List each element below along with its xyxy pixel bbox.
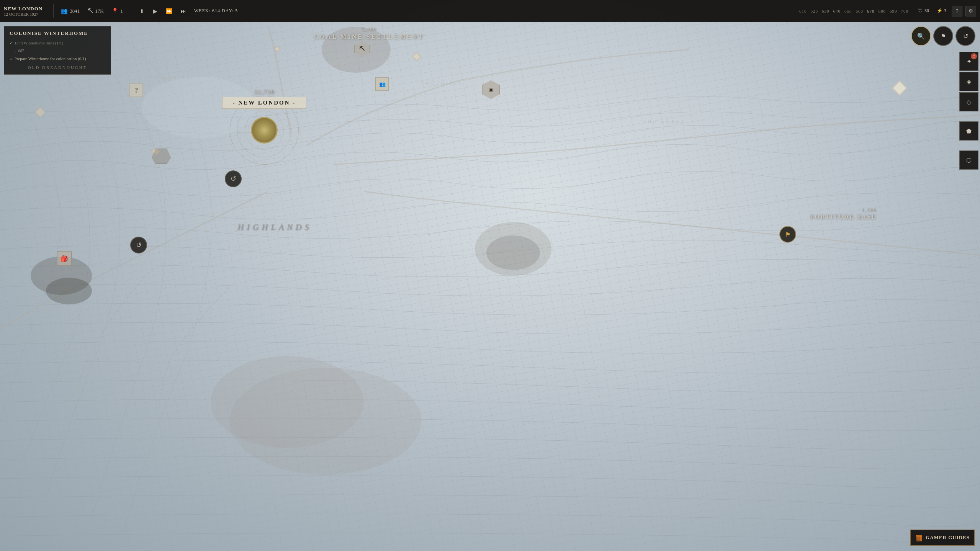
speed-650: 650	[844, 9, 852, 13]
help-btn[interactable]: ?	[952, 6, 962, 16]
coal-mine-settlement[interactable]: 2,400 COAL MINE SETTLEMENT	[314, 26, 424, 40]
filter-btn-2[interactable]: ⚑	[933, 26, 953, 46]
fortitude-pop: 1,100	[810, 207, 877, 213]
speed-670: 670	[867, 9, 875, 13]
quest-subtext-1: 087	[18, 48, 24, 54]
quest-title: COLONISE WINTERHOME	[10, 30, 105, 36]
filter-btn-3[interactable]: ↺	[955, 26, 975, 46]
shield-stat: 🛡 30	[918, 8, 929, 14]
speed-690: 690	[890, 9, 897, 13]
city-name-badge: - NEW LONDON -	[222, 97, 306, 109]
people-count: 3841	[70, 8, 80, 14]
quest-text-1: Find Winterhome ruins (1/1)	[15, 40, 63, 46]
city-date-display: 12 OCTOBER 1927	[4, 12, 43, 16]
fortitude-marker[interactable]: ⚑	[779, 226, 796, 243]
divider-1	[53, 4, 54, 18]
speed-640: 640	[833, 9, 841, 13]
diamond-icon-1	[412, 52, 421, 61]
speed-680: 680	[879, 9, 886, 13]
city-badge-dash-right: -	[293, 100, 296, 106]
flag-marker-nw[interactable]	[36, 108, 44, 116]
side-btn-3[interactable]: ◇	[959, 92, 978, 111]
terrain-marker-1	[152, 149, 171, 164]
top-bar: NEW LONDON 12 OCTOBER 1927 👥 3841 ⛏ 17K …	[0, 0, 980, 22]
city-core	[251, 117, 278, 144]
city-tooltip[interactable]: 31,739 - NEW LONDON -	[222, 89, 306, 109]
fortitude-name: FORTITUDE BASE	[810, 214, 877, 220]
shield-icon: 🛡	[918, 8, 923, 14]
side-icon-5: ⬡	[966, 157, 972, 164]
quest-text-2: Prepare Winterhome for colonisation (0/1…	[15, 56, 86, 62]
circular-icon-1[interactable]: ↺	[225, 170, 242, 187]
circular-icon-2[interactable]: ↺	[130, 237, 147, 253]
settings-btn[interactable]: ⚙	[965, 6, 976, 16]
coal-resource: ⛏ 17K	[87, 8, 103, 14]
fast-btn[interactable]: ⏩	[164, 7, 175, 16]
coal-count: 17K	[95, 8, 103, 14]
fastest-btn[interactable]: ⏭	[178, 7, 188, 16]
quest-item-2: ○ Prepare Winterhome for colonisation (0…	[10, 56, 105, 62]
foothills-marker[interactable]: ◉	[482, 80, 500, 99]
side-btn-2[interactable]: ◈	[959, 72, 978, 91]
quest-check-1: ✓	[10, 41, 13, 45]
satchel-marker[interactable]: 🎒	[57, 251, 72, 266]
population-marker[interactable]: 👥	[375, 77, 389, 91]
shield-value: 30	[924, 8, 929, 14]
filter-icon-1: 🔍	[917, 33, 925, 40]
lightning-icon: ⚡	[937, 8, 942, 14]
diamond-marker-1	[414, 54, 420, 60]
city-badge-name: NEW LONDON	[238, 100, 290, 106]
top-bar-right: 🛡 30 ⚡ 3 ? ⚙	[915, 6, 976, 16]
city-population: 31,739	[222, 89, 306, 95]
people-icon: 👥	[61, 8, 68, 15]
city-name-display: NEW LONDON	[4, 6, 43, 12]
scout-count: 1	[121, 8, 123, 14]
speed-700: 700	[901, 9, 909, 13]
speed-610: 610	[799, 9, 807, 13]
side-badge-1: 2	[971, 53, 977, 59]
quest-item-1: ✓ Find Winterhome ruins (1/1)	[10, 40, 105, 46]
wm-icon: ▦	[915, 533, 923, 542]
city-badge-dash-left: -	[233, 100, 239, 106]
side-icon-2: ◈	[967, 78, 971, 85]
population-icon[interactable]: 👥	[375, 77, 389, 91]
divider-2	[130, 4, 130, 18]
watermark: ▦ GAMER GUIDES	[910, 530, 975, 546]
pause-btn[interactable]: ⏸	[137, 7, 147, 16]
scout-resource: 📍 1	[111, 8, 123, 15]
diamond-marker-right[interactable]	[894, 83, 905, 93]
quest-circle-2: ○	[10, 56, 12, 61]
circular-marker-1[interactable]: ↺	[225, 170, 242, 187]
coal-mine-marker[interactable]: ⛏	[354, 41, 370, 57]
coal-mine-elevation: 2,400	[314, 26, 424, 32]
week-day-display: WEEK: 614 DAY: 5	[194, 8, 238, 14]
fortitude-base[interactable]: 1,100 FORTITUDE BASE	[810, 207, 877, 220]
speed-660: 660	[856, 9, 864, 13]
playback-controls: ⏸ ▶ ⏩ ⏭	[137, 7, 188, 16]
question-marker[interactable]: ?	[129, 83, 143, 97]
play-btn[interactable]: ▶	[151, 7, 160, 16]
coal-icon: ⛏	[87, 8, 93, 14]
question-icon[interactable]: ?	[129, 83, 143, 97]
diamond-small-1	[275, 47, 280, 51]
coal-mine-name: COAL MINE SETTLEMENT	[314, 33, 424, 40]
lightning-value: 3	[944, 8, 946, 14]
speed-620: 620	[811, 9, 818, 13]
quest-dot-1: ·	[15, 49, 16, 53]
side-btn-4[interactable]: ⬟	[959, 121, 978, 141]
filter-icon-2: ⚑	[941, 33, 946, 40]
city-info: NEW LONDON 12 OCTOBER 1927	[4, 6, 43, 16]
quest-separator: - OLD DREADNOUGHT -	[10, 65, 105, 70]
side-btn-5[interactable]: ⬡	[959, 150, 978, 170]
side-icon-1: ✦	[967, 58, 972, 65]
side-icon-4: ⬟	[966, 128, 972, 135]
filter-btn-1[interactable]: 🔍	[911, 26, 931, 46]
speed-630: 630	[822, 9, 829, 13]
filter-circles: 🔍 ⚑ ↺	[911, 26, 975, 46]
circular-marker-2[interactable]: ↺	[130, 237, 147, 253]
lightning-stat: ⚡ 3	[937, 8, 946, 14]
side-icon-3: ◇	[967, 98, 971, 106]
scout-icon: 📍	[111, 8, 119, 15]
filter-icon-3: ↺	[963, 33, 968, 40]
side-btn-1[interactable]: ✦ 2	[959, 52, 978, 71]
